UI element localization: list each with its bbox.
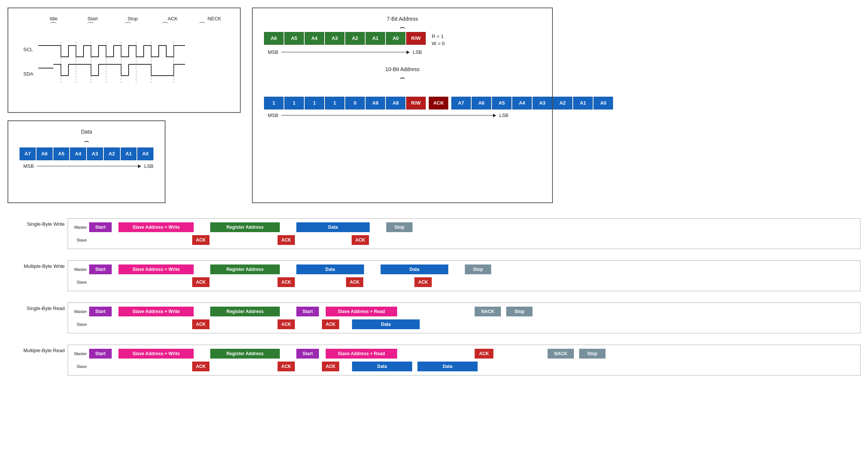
brace-neck: ⌒ — [199, 23, 206, 28]
mbw-slave-label: Slave — [72, 280, 87, 284]
mbw-slave-addr: Slave Address + Write — [118, 264, 194, 274]
sbr-gap1 — [112, 307, 118, 316]
sbr-stop: Stop — [506, 307, 533, 316]
sbw-ack1: ACK — [192, 235, 209, 245]
a10-bit-a9: A9 — [366, 97, 385, 109]
sbr-gap5 — [398, 307, 413, 316]
sbw-gap1 — [112, 222, 118, 232]
mbr-start2: Start — [296, 349, 319, 359]
sbw-start: Start — [89, 222, 112, 232]
a7-bit-a5: A5 — [284, 32, 304, 45]
a7-bit-a1: A1 — [366, 32, 385, 45]
sbr-nack: NACK — [475, 307, 501, 316]
bit-a4: A4 — [70, 147, 86, 160]
addr7-msb-lsb: MSB LSB — [264, 49, 422, 55]
sbr-master-label: Master — [72, 309, 87, 314]
a10-bit-a5: A5 — [492, 97, 511, 109]
mbw-ack2: ACK — [278, 277, 295, 287]
mbr-data2: Data — [417, 362, 478, 371]
mbr-diagram: Master Start Slave Address + Write Regis… — [68, 345, 860, 375]
sbw-gap4 — [370, 222, 385, 232]
a7-bit-a4: A4 — [305, 32, 324, 45]
sbw-title: Single-Byte Write — [27, 221, 65, 227]
a10-bit-1d: 1 — [325, 97, 344, 109]
sbw-slave-addr-write: Slave Address + Write — [118, 222, 194, 232]
mbw-slave: Slave ACK ACK ACK ACK — [72, 277, 856, 288]
r-note: R = 1 — [432, 33, 445, 39]
sbr-slave-label: Slave — [72, 322, 87, 327]
sbw-stop: Stop — [386, 222, 413, 232]
ack-label: ACK — [168, 16, 178, 21]
a10-bit-a8: A8 — [386, 97, 405, 109]
sbw-ack3: ACK — [352, 235, 369, 245]
mbr-gap4 — [320, 349, 325, 359]
mbr-s-gap2 — [210, 362, 277, 371]
mbw-s-gap4 — [364, 277, 414, 287]
sbr-s-gap2 — [210, 319, 277, 329]
a7-bit-a6: A6 — [264, 32, 284, 45]
addr10-msb: MSB — [268, 112, 278, 118]
mbw-diagram: Master Start Slave Address + Write Regis… — [68, 260, 860, 291]
sbw-label: Single-Byte Write — [8, 218, 68, 227]
addr10-row1: 1 1 1 1 0 A9 A8 R/W — [264, 97, 426, 109]
sbw-s-gap3 — [296, 235, 351, 245]
mbw-title: Multiple-Byte Write — [24, 263, 65, 269]
mbr-slave: Slave ACK ACK ACK Data Data — [72, 361, 856, 372]
sbr-slave: Slave ACK ACK ACK Data — [72, 319, 856, 330]
mbw-gap4 — [365, 264, 380, 274]
mbr-slave-read: Slave Address + Read — [326, 349, 397, 359]
bit-a2: A2 — [104, 147, 120, 160]
mbr-slave-write: Slave Address + Write — [118, 349, 194, 359]
addr10-lsb: LSB — [499, 112, 508, 118]
sbr-slave-write: Slave Address + Write — [118, 307, 194, 316]
svg-text:SDA: SDA — [23, 71, 33, 77]
brace-start: ⌒ — [87, 23, 94, 28]
data-msb: MSB — [23, 163, 34, 169]
mbr-ack1: ACK — [192, 362, 209, 371]
svg-text:SCL: SCL — [23, 47, 33, 52]
mbr-reg-addr: Register Address — [210, 349, 280, 359]
mbw-master-label: Master — [72, 267, 87, 272]
mbr-s-gap5 — [413, 362, 417, 371]
brace-idle: ⌒ — [50, 23, 57, 28]
mbw-gap3 — [281, 264, 296, 274]
addr10-title: 10-Bit Address — [264, 66, 541, 72]
a10-bit-0: 0 — [345, 97, 365, 109]
mbw-gap5 — [449, 264, 464, 274]
multi-byte-write-row: Multiple-Byte Write Master Start Slave A… — [8, 260, 860, 291]
a10-bit-a7: A7 — [451, 97, 471, 109]
addr7-lsb: LSB — [413, 49, 422, 55]
mbw-stop: Stop — [465, 264, 491, 274]
mbr-ack3: ACK — [322, 362, 339, 371]
sbr-gap4 — [320, 307, 325, 316]
stop-label: Stop — [127, 16, 138, 21]
a10-bit-rw: R/W — [406, 97, 426, 109]
signal-box: Idle Start Stop ACK NECK ⌒ ⌒ ⌒ ⌒ ⌒ SCL S… — [8, 8, 241, 203]
addr7-arrow — [281, 52, 410, 52]
a7-bit-a3: A3 — [325, 32, 344, 45]
sbw-data: Data — [296, 222, 370, 232]
sbr-gap2 — [194, 307, 209, 316]
mbw-ack4: ACK — [414, 277, 432, 287]
sbr-diagram: Master Start Slave Address + Write Regis… — [68, 302, 860, 333]
sbr-gap6 — [414, 307, 474, 316]
addr7-brace: ⌢ — [264, 24, 541, 30]
sbr-gap7 — [502, 307, 505, 316]
mbr-gap6 — [414, 349, 474, 359]
a10-bit-a2: A2 — [553, 97, 572, 109]
brace-stop: ⌒ — [124, 23, 132, 28]
sbw-diagram: Master Start Slave Address + Write Regis… — [68, 218, 860, 249]
sbr-ack2: ACK — [278, 319, 295, 329]
mbr-s-gap1 — [89, 362, 191, 371]
w-note: W = 0 — [432, 41, 445, 46]
sbw-gap2 — [194, 222, 209, 232]
addr7-bit-row: A6 A5 A4 A3 A2 A1 A0 R/W — [264, 32, 426, 45]
single-byte-read-row: Single-Byte Read Master Start Slave Addr… — [8, 302, 860, 333]
neck-label: NECK — [208, 16, 221, 21]
mbr-start1: Start — [89, 349, 112, 359]
mbr-title: Multiple-Byte Read — [23, 348, 65, 353]
sbr-start1: Start — [89, 307, 112, 316]
waveform-svg: SCL SDA — [20, 30, 230, 87]
sbr-start2: Start — [296, 307, 319, 316]
sbr-gap3 — [281, 307, 296, 316]
